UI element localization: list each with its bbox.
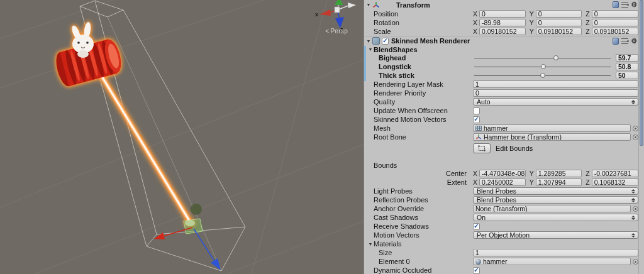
dropdown-value: On (477, 214, 486, 221)
dynamic-occluded-row: Dynamic Occluded ✓ (365, 266, 638, 274)
position-y-field[interactable]: 0 (536, 10, 582, 18)
scale-z-field[interactable]: 0.09180152 (592, 28, 638, 35)
bounds-center-row: Center X-4.470348e-08 Y1.289285 Z-0.0023… (365, 169, 638, 178)
reflection-probes-row: Reflection Probes Blend Probes (365, 195, 638, 204)
field-label: Motion Vectors (365, 231, 473, 239)
root-bone-object-field[interactable]: Hammer bone (Transform) (473, 133, 631, 141)
edit-bounds-row: Edit Bounds (365, 141, 638, 155)
mesh-object-field[interactable]: hammer (473, 124, 631, 132)
materials-size-field[interactable]: 1 (473, 249, 638, 256)
longstick-value-field[interactable]: 50.8 (616, 63, 638, 70)
extent-x-field[interactable]: 0.2450002 (479, 178, 526, 186)
rotation-y-field[interactable]: 0 (536, 19, 582, 26)
scale-y-field[interactable]: 0.09180152 (536, 28, 582, 35)
dynamic-occluded-checkbox[interactable]: ✓ (473, 267, 480, 274)
bighead-slider[interactable] (473, 53, 612, 62)
slider-knob[interactable] (540, 73, 545, 78)
bighead-value-field[interactable]: 59.7 (616, 54, 638, 62)
presets-icon[interactable] (621, 2, 628, 8)
foldout-icon[interactable]: ▼ (365, 39, 372, 43)
light-probes-dropdown[interactable]: Blend Probes (473, 187, 638, 195)
blendshapes-foldout-row[interactable]: ▼ BlendShapes (365, 45, 638, 53)
skinned-motion-vectors-checkbox[interactable]: ✓ (473, 116, 480, 123)
element0-object-field[interactable]: hammer (473, 258, 631, 265)
renderer-priority-field[interactable]: 0 (473, 89, 638, 97)
object-picker-icon[interactable] (633, 259, 638, 265)
transform-icon (372, 1, 380, 9)
cast-shadows-dropdown[interactable]: On (473, 214, 638, 221)
dropdown-arrows-icon (631, 100, 635, 104)
scene-canvas[interactable]: x z (0, 0, 364, 274)
object-picker-icon[interactable] (633, 206, 638, 212)
slider-knob[interactable] (553, 55, 558, 60)
rotation-z-field[interactable]: 0 (592, 19, 638, 26)
foldout-icon[interactable]: ▼ (367, 47, 374, 52)
object-picker-icon[interactable] (633, 126, 638, 131)
presets-icon[interactable] (621, 38, 628, 44)
smr-header[interactable]: ▼ ✓ Skinned Mesh Renderer ⚙ (365, 36, 638, 45)
hammer-stick[interactable] (94, 64, 195, 226)
anchor-override-object-field[interactable]: None (Transform) (473, 205, 631, 212)
foldout-icon[interactable]: ▼ (365, 3, 372, 7)
center-x-field[interactable]: -4.470348e-08 (479, 170, 526, 177)
center-y-field[interactable]: 1.289285 (536, 170, 582, 177)
gizmo-neg-x-cone[interactable] (348, 3, 356, 8)
gear-icon[interactable]: ⚙ (631, 38, 637, 45)
light-probes-row: Light Probes Blend Probes (365, 187, 638, 195)
axis-x-label: X (473, 10, 477, 18)
update-when-offscreen-checkbox[interactable] (473, 107, 480, 114)
xz-plane-handle[interactable] (184, 219, 203, 234)
transform-icon (475, 134, 482, 140)
foldout-icon[interactable]: ▼ (367, 242, 374, 246)
axis-x-label: X (473, 178, 477, 186)
field-label: Light Probes (365, 187, 473, 195)
axis-x-label: X (473, 19, 477, 26)
slider-knob[interactable] (541, 64, 546, 69)
motion-vectors-dropdown[interactable]: Per Object Motion (473, 231, 638, 239)
edit-bounds-button[interactable] (473, 143, 491, 153)
quality-dropdown[interactable]: Auto (473, 98, 638, 106)
position-x-field[interactable]: 0 (479, 10, 526, 18)
thickstick-slider[interactable] (473, 71, 612, 80)
scrollbar-thumb[interactable] (640, 0, 643, 146)
gizmo-x-cone[interactable] (319, 9, 331, 16)
transform-header[interactable]: ▼ Transform ⚙ (365, 0, 638, 9)
rendering-layer-mask-field[interactable]: 1 (473, 80, 638, 88)
field-label: Update When Offscreen (365, 107, 473, 114)
object-picker-icon[interactable] (633, 134, 638, 140)
extent-y-field[interactable]: 1.307994 (536, 178, 582, 186)
position-z-field[interactable]: 0 (592, 10, 638, 18)
scale-x-field[interactable]: 0.09180152 (479, 28, 526, 35)
component-enabled-checkbox[interactable]: ✓ (382, 38, 389, 45)
scene-view[interactable]: x z < Persp (0, 0, 364, 274)
z-axis-arrow[interactable] (211, 258, 221, 270)
reflection-probes-dropdown[interactable]: Blend Probes (473, 196, 638, 204)
skinned-mesh-renderer-icon (372, 37, 380, 45)
bounds-row: Bounds (365, 161, 638, 169)
object-value: Hammer bone (Transform) (484, 133, 562, 141)
extent-label: Extent (365, 178, 473, 186)
extent-z-field[interactable]: 0.1068132 (592, 178, 638, 186)
gizmo-y-cone[interactable] (335, 0, 343, 5)
dropdown-arrows-icon (631, 233, 635, 238)
quality-row: Quality Auto (365, 97, 638, 106)
materials-title: Materials (374, 240, 402, 248)
inspector-scrollbar[interactable] (638, 0, 644, 274)
field-label: Scale (365, 28, 473, 35)
longstick-slider[interactable] (473, 62, 612, 71)
help-icon[interactable] (613, 1, 619, 8)
receive-shadows-checkbox[interactable]: ✓ (473, 223, 480, 230)
materials-element0-row: Element 0 hammer (365, 257, 638, 266)
edit-bounds-label: Edit Bounds (496, 145, 533, 152)
dropdown-arrows-icon (631, 216, 635, 220)
persp-toggle[interactable]: < Persp (325, 28, 348, 35)
thickstick-value-field[interactable]: 50 (616, 72, 638, 79)
axis-y-label: Y (530, 170, 534, 177)
gear-icon[interactable]: ⚙ (631, 1, 637, 8)
materials-foldout-row[interactable]: ▼ Materials (365, 239, 638, 248)
center-z-field[interactable]: -0.00237681 (592, 170, 638, 177)
anchor-override-row: Anchor Override None (Transform) (365, 204, 638, 213)
hammer-object[interactable] (53, 21, 195, 226)
rotation-x-field[interactable]: -89.98 (479, 19, 526, 26)
help-icon[interactable] (613, 38, 619, 45)
